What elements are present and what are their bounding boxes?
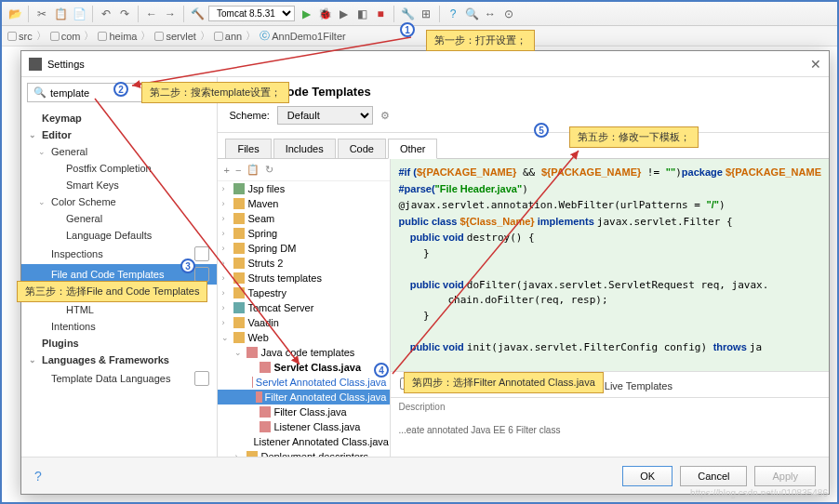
callout-step1: 第一步：打开设置； — [426, 30, 535, 51]
settings-tree-item[interactable]: Postfix Completion — [21, 160, 217, 177]
settings-tree-item[interactable]: ⌄Editor — [21, 126, 217, 143]
cut-icon[interactable]: ✂ — [34, 7, 49, 21]
template-tree-item[interactable]: ⌄Java code templates — [218, 345, 390, 360]
refresh-icon[interactable]: ↻ — [265, 164, 273, 176]
breadcrumb: src〉 com〉 heima〉 servlet〉 ann〉 ⓒAnnDemo1… — [2, 26, 837, 46]
template-tree-item[interactable]: ›Seam — [218, 211, 390, 226]
bc-item[interactable]: com — [50, 31, 81, 42]
callout-step5: 第五步：修改一下模板； — [569, 126, 699, 148]
tab-code[interactable]: Code — [338, 139, 386, 158]
settings-tree-item[interactable]: ⌄Color Scheme — [21, 193, 217, 210]
callout-step2: 第二步：搜索template设置； — [141, 82, 289, 103]
template-tree-item[interactable]: ›Struts 2 — [218, 256, 390, 271]
callout-step3: 第三步：选择File and Code Templates — [17, 281, 207, 302]
folder-icon — [98, 32, 107, 41]
run-config-select[interactable]: Tomcat 8.5.31 — [208, 6, 295, 21]
template-tree-item[interactable]: ›Spring — [218, 226, 390, 241]
settings-window-icon — [29, 58, 42, 71]
redo-icon[interactable]: ↷ — [117, 7, 132, 21]
settings-tree-item[interactable]: ⌄Languages & Frameworks — [21, 351, 217, 368]
bc-item[interactable]: ann — [214, 31, 242, 42]
template-tree-item[interactable]: ›Jsp files — [218, 181, 390, 196]
folder-icon — [7, 32, 17, 41]
tab-files[interactable]: Files — [225, 139, 271, 158]
settings-tree-item[interactable]: Template Data Languages — [21, 368, 217, 389]
folder-icon — [154, 32, 164, 41]
settings-tree-item[interactable]: Smart Keys — [21, 177, 217, 193]
scheme-select[interactable]: Default — [277, 106, 373, 125]
structure-icon[interactable]: ⊞ — [419, 7, 433, 21]
close-icon[interactable]: ✕ — [810, 57, 821, 72]
template-tree[interactable]: ›Jsp files›Maven›Seam›Spring›Spring DM›S… — [218, 181, 390, 457]
cancel-button[interactable]: Cancel — [680, 466, 747, 486]
forward-icon[interactable]: → — [163, 7, 178, 21]
gear-icon[interactable]: ⚙ — [380, 110, 390, 122]
tab-includes[interactable]: Includes — [273, 139, 336, 158]
help-icon[interactable]: ? — [446, 7, 460, 21]
ok-button[interactable]: OK — [622, 466, 673, 486]
paste-icon[interactable]: 📄 — [72, 7, 87, 21]
copy-icon[interactable]: 📋 — [53, 7, 68, 21]
template-tree-item[interactable]: Servlet Class.java — [218, 360, 390, 375]
gc-icon[interactable]: ⊙ — [501, 7, 516, 21]
remove-icon[interactable]: − — [235, 165, 241, 176]
settings-tree-item[interactable]: ⌄General — [21, 143, 217, 160]
marker-5: 5 — [534, 123, 549, 138]
bc-item[interactable]: src — [7, 31, 33, 42]
dialog-title: Settings — [47, 59, 85, 70]
template-tree-item[interactable]: ›Struts templates — [218, 271, 390, 285]
apply-button[interactable]: Apply — [754, 466, 816, 486]
dialog-titlebar: Settings ✕ — [21, 51, 829, 77]
marker-1: 1 — [400, 22, 415, 37]
help-icon[interactable]: ? — [34, 469, 42, 484]
marker-2: 2 — [113, 82, 128, 97]
folder-icon — [50, 32, 60, 41]
copy-icon[interactable]: 📋 — [246, 164, 260, 176]
marker-4: 4 — [374, 363, 389, 378]
template-tree-item[interactable]: ›Tomcat Server — [218, 300, 390, 315]
sync-icon[interactable]: ↔ — [483, 7, 498, 21]
open-icon[interactable]: 📂 — [7, 7, 22, 21]
settings-tree-item[interactable]: Keymap — [21, 110, 217, 126]
settings-icon[interactable]: 🔧 — [400, 7, 415, 21]
template-tree-item[interactable]: ›Spring DM — [218, 241, 390, 256]
search-icon[interactable]: 🔍 — [464, 7, 479, 21]
coverage-icon[interactable]: ▶ — [336, 7, 351, 21]
template-tree-item[interactable]: ›Vaadin — [218, 315, 390, 330]
marker-3: 3 — [180, 259, 195, 273]
hammer-icon[interactable]: 🔨 — [190, 7, 205, 21]
profile-icon[interactable]: ◧ — [354, 7, 369, 21]
template-tabs: FilesIncludesCodeOther — [218, 139, 829, 159]
template-tree-item[interactable]: ›Tapestry — [218, 285, 390, 300]
template-tree-item[interactable]: Filter Class.java — [218, 405, 390, 419]
stop-icon[interactable]: ■ — [373, 7, 388, 21]
template-toolbar: + − 📋 ↻ — [218, 159, 390, 181]
add-icon[interactable]: + — [223, 165, 229, 176]
template-tree-item[interactable]: ›Deployment descriptors — [218, 449, 390, 457]
settings-dialog: Settings ✕ 🔍 Keymap⌄Editor⌄GeneralPostfi… — [20, 50, 830, 495]
page-title: File and Code Templates — [229, 85, 818, 99]
settings-tree-item[interactable]: Plugins — [21, 335, 217, 351]
template-tree-item[interactable]: ›Maven — [218, 196, 390, 211]
settings-tree-item[interactable]: Intentions — [21, 318, 217, 335]
callout-step4: 第四步：选择Filter Annotated Class.java — [404, 372, 604, 393]
back-icon[interactable]: ← — [144, 7, 159, 21]
debug-icon[interactable]: 🐞 — [317, 7, 332, 21]
template-tree-item[interactable]: Filter Annotated Class.java — [218, 390, 390, 405]
template-tree-item[interactable]: ⌄Web — [218, 330, 390, 345]
bc-item[interactable]: ⓒAnnDemo1Filter — [260, 29, 345, 43]
settings-tree-item[interactable]: HTML — [21, 301, 217, 318]
bc-item[interactable]: heima — [98, 31, 137, 42]
settings-tree-item[interactable]: Language Defaults — [21, 227, 217, 244]
template-tree-item[interactable]: Listener Annotated Class.java — [218, 434, 390, 449]
template-tree-item[interactable]: Listener Class.java — [218, 419, 390, 434]
template-editor[interactable]: #if (${PACKAGE_NAME} && ${PACKAGE_NAME} … — [391, 159, 829, 371]
undo-icon[interactable]: ↶ — [99, 7, 113, 21]
run-icon[interactable]: ▶ — [299, 7, 313, 21]
description-box: Description ...eate annotated Java EE 6 … — [391, 397, 829, 457]
settings-tree-item[interactable]: General — [21, 210, 217, 227]
tab-other[interactable]: Other — [388, 139, 438, 159]
bc-item[interactable]: servlet — [154, 31, 195, 42]
main-toolbar: 📂 ✂ 📋 📄 ↶ ↷ ← → 🔨 Tomcat 8.5.31 ▶ 🐞 ▶ ◧ … — [2, 2, 837, 26]
template-tree-item[interactable]: Servlet Annotated Class.java — [218, 375, 390, 390]
